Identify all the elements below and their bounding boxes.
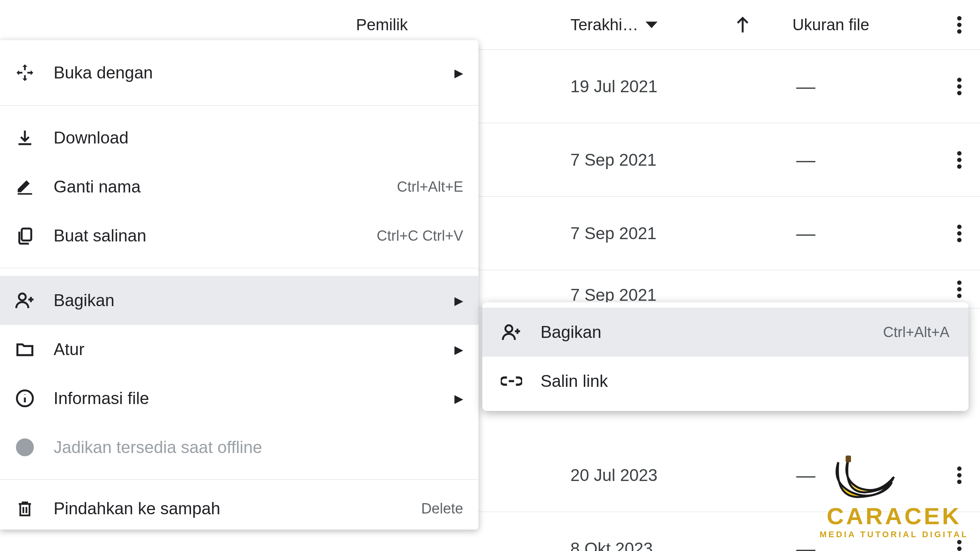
- move-icon: [11, 63, 38, 83]
- svg-point-11: [957, 238, 962, 242]
- svg-point-10: [957, 231, 962, 236]
- menu-label: Ganti nama: [54, 177, 382, 196]
- menu-open-with[interactable]: Buka dengan ▶: [0, 40, 479, 98]
- row-date: 19 Jul 2021: [570, 77, 658, 96]
- row-date: 8 Okt 2023: [570, 539, 653, 551]
- svg-point-5: [957, 91, 962, 95]
- info-icon: [11, 389, 38, 408]
- copy-icon: [11, 226, 38, 245]
- sort-arrow-up-icon[interactable]: [735, 16, 750, 34]
- svg-point-22: [19, 293, 26, 300]
- offline-icon: [11, 438, 38, 457]
- row-date: 7 Sep 2021: [570, 224, 657, 243]
- row-size: —: [796, 538, 815, 551]
- chevron-right-icon: ▶: [454, 392, 463, 405]
- row-more-icon[interactable]: [957, 225, 962, 242]
- column-modified[interactable]: Terakhi…: [570, 16, 658, 34]
- menu-file-info[interactable]: Informasi file ▶: [0, 374, 479, 423]
- trash-icon: [11, 499, 38, 518]
- chevron-right-icon: ▶: [454, 343, 463, 356]
- submenu-copy-link[interactable]: Salin link: [482, 357, 969, 406]
- svg-point-12: [957, 280, 962, 285]
- menu-separator: [0, 105, 479, 106]
- menu-label: Buat salinan: [54, 226, 361, 245]
- row-date: 7 Sep 2021: [570, 285, 657, 305]
- menu-label: Pindahkan ke sampah: [54, 499, 406, 518]
- banana-icon: [820, 449, 904, 502]
- svg-point-6: [957, 151, 962, 156]
- svg-point-14: [957, 293, 962, 298]
- row-size: —: [796, 149, 815, 171]
- menu-label: Jadikan tersedia saat offline: [54, 438, 463, 457]
- menu-shortcut: Ctrl+Alt+E: [397, 179, 463, 195]
- svg-point-18: [957, 540, 962, 544]
- watermark-brand: CARACEK: [820, 502, 969, 530]
- menu-trash[interactable]: Pindahkan ke sampah Delete: [0, 487, 479, 530]
- column-owner[interactable]: Pemilik: [356, 16, 408, 34]
- svg-point-1: [957, 23, 962, 27]
- row-size: —: [796, 75, 815, 98]
- dropdown-icon: [645, 21, 658, 29]
- menu-available-offline: Jadikan tersedia saat offline: [0, 423, 479, 472]
- folder-icon: [11, 339, 38, 359]
- row-more-icon[interactable]: [957, 540, 962, 551]
- person-add-icon: [498, 322, 525, 342]
- share-submenu: Bagikan Ctrl+Alt+A Salin link: [482, 302, 969, 411]
- download-icon: [11, 128, 38, 147]
- column-modified-label: Terakhi…: [570, 16, 638, 34]
- person-add-icon: [11, 290, 38, 311]
- row-size: —: [796, 222, 815, 245]
- menu-shortcut: Ctrl+C Ctrl+V: [377, 228, 463, 244]
- menu-shortcut: Delete: [421, 500, 463, 517]
- menu-label: Bagikan: [54, 291, 439, 310]
- row-date: 7 Sep 2021: [570, 150, 657, 170]
- context-menu: Buka dengan ▶ Download Ganti nama Ctrl+A…: [0, 40, 479, 530]
- menu-label: Atur: [54, 340, 439, 359]
- menu-organize[interactable]: Atur ▶: [0, 325, 479, 374]
- menu-share[interactable]: Bagikan ▶: [0, 276, 479, 325]
- svg-point-25: [505, 325, 512, 332]
- svg-point-0: [957, 16, 962, 21]
- row-date: 20 Jul 2023: [570, 466, 658, 485]
- menu-separator: [0, 479, 479, 480]
- menu-label: Buka dengan: [54, 63, 439, 82]
- menu-label: Informasi file: [54, 389, 439, 408]
- svg-rect-26: [846, 456, 851, 463]
- link-icon: [498, 370, 525, 392]
- svg-rect-21: [22, 228, 31, 240]
- menu-download[interactable]: Download: [0, 113, 479, 162]
- edit-icon: [11, 177, 38, 196]
- svg-point-3: [957, 78, 962, 82]
- row-more-icon[interactable]: [957, 151, 962, 169]
- submenu-label: Bagikan: [541, 323, 868, 342]
- svg-point-7: [957, 158, 962, 162]
- watermark-tagline: MEDIA TUTORIAL DIGITAL: [820, 530, 969, 540]
- row-more-icon[interactable]: [957, 280, 962, 298]
- submenu-shortcut: Ctrl+Alt+A: [883, 324, 949, 341]
- row-more-icon[interactable]: [957, 78, 962, 95]
- chevron-right-icon: ▶: [454, 66, 463, 80]
- header-more-icon[interactable]: [957, 16, 962, 34]
- svg-point-19: [957, 546, 962, 551]
- submenu-label: Salin link: [541, 372, 949, 391]
- menu-separator: [0, 268, 479, 268]
- svg-point-2: [957, 29, 962, 34]
- chevron-right-icon: ▶: [454, 294, 463, 307]
- svg-point-13: [957, 287, 962, 292]
- menu-make-copy[interactable]: Buat salinan Ctrl+C Ctrl+V: [0, 211, 479, 260]
- svg-point-8: [957, 164, 962, 169]
- watermark: CARACEK MEDIA TUTORIAL DIGITAL: [820, 449, 969, 540]
- svg-point-9: [957, 225, 962, 229]
- menu-label: Download: [54, 128, 463, 147]
- submenu-share[interactable]: Bagikan Ctrl+Alt+A: [482, 308, 969, 357]
- menu-rename[interactable]: Ganti nama Ctrl+Alt+E: [0, 162, 479, 211]
- row-size: —: [796, 464, 815, 486]
- column-size[interactable]: Ukuran file: [792, 16, 869, 34]
- svg-point-4: [957, 84, 962, 89]
